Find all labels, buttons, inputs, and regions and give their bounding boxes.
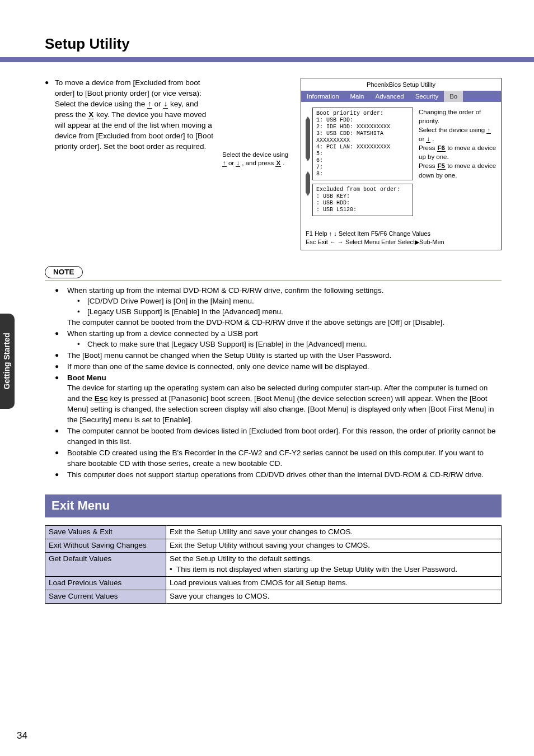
bullet-icon: ● — [45, 78, 55, 152]
note-text: If more than one of the same device is c… — [67, 362, 369, 371]
note-sub-text: Check to make sure that [Legacy USB Supp… — [87, 339, 367, 350]
exit-item-name: Exit Without Saving Changes — [45, 539, 166, 553]
intro-text: To move a device from [Excluded from boo… — [55, 78, 202, 97]
bios-figure: PhoenixBios Setup Utility Information Ma… — [301, 78, 502, 250]
table-row: Save Values & Exit Exit the Setup Utilit… — [45, 526, 502, 539]
bios-excluded-box: Excluded from boot order: : USB KEY: : U… — [312, 184, 413, 216]
sub-bullet-icon: • — [77, 296, 87, 307]
note-text: The device for starting up the operating… — [67, 384, 494, 424]
bios-tab-selected: Bo — [444, 91, 463, 102]
note-text: Bootable CD created using the B's Record… — [67, 449, 484, 468]
page-number: 34 — [17, 729, 27, 743]
note-text: This computer does not support startup o… — [67, 470, 484, 479]
down-key: ↓ — [163, 100, 168, 109]
note-tail-text: The computer cannot be booted from the D… — [67, 318, 444, 326]
bios-tabs: Information Main Advanced Security Bo — [301, 91, 501, 102]
bios-tab: Information — [301, 91, 345, 102]
exit-item-name: Save Values & Exit — [45, 526, 166, 539]
arrow-band-icon — [306, 171, 310, 196]
x-key-2: X — [275, 160, 281, 167]
exit-item-name: Load Previous Values — [45, 576, 166, 590]
bios-tab: Main — [345, 91, 370, 102]
bullet-icon: ● — [55, 286, 67, 328]
bullet-icon: ● — [55, 426, 67, 447]
bios-boot-priority-box: Boot priority order: 1: USB FDD: 2: IDE … — [312, 108, 413, 180]
exit-item-desc: Exit the Setup Utility and save your cha… — [166, 526, 502, 539]
bios-title: PhoenixBios Setup Utility — [301, 78, 501, 90]
exit-item-desc: Exit the Setup Utility without saving yo… — [166, 539, 502, 553]
exit-item-name: Get Default Values — [45, 553, 166, 577]
exit-item-desc: Save your changes to CMOS. — [166, 590, 502, 603]
arrow-band-icon — [306, 116, 310, 161]
esc-key: Esc — [95, 394, 108, 403]
bullet-icon: ● — [55, 329, 67, 350]
table-row: Save Current Values Save your changes to… — [45, 590, 502, 603]
up-key: ↑ — [147, 100, 152, 109]
bullet-icon: ● — [55, 470, 67, 480]
note-text: When starting up from a device connected… — [67, 329, 258, 338]
bios-footer: F1 Help ↑ ↓ Select Item F5/F6 Change Val… — [301, 227, 501, 250]
note-rule — [45, 281, 502, 281]
exit-item-desc: Load previous values from CMOS for all S… — [166, 576, 502, 590]
bullet-icon: ● — [55, 351, 67, 361]
sub-bullet-icon: • — [77, 339, 87, 350]
note-sub-text: [CD/DVD Drive Power] is [On] in the [Mai… — [87, 296, 254, 307]
title-bar — [0, 57, 534, 62]
note-text: When starting up from the internal DVD-R… — [67, 286, 383, 295]
note-bold-lead: Boot Menu — [67, 374, 106, 382]
bios-help-text: Changing the order of priority. Select t… — [419, 108, 496, 220]
note-badge: NOTE — [45, 266, 83, 279]
exit-item-desc: Set the Setup Utility to the default set… — [166, 553, 502, 577]
note-text: The computer cannot be booted from devic… — [67, 427, 495, 446]
table-row: Load Previous Values Load previous value… — [45, 576, 502, 590]
instructions-mid: Select the device using ↑ or ↓ , and pre… — [222, 78, 294, 250]
instructions-left: ● To move a device from [Excluded from b… — [45, 78, 216, 250]
exit-menu-table: Save Values & Exit Exit the Setup Utilit… — [45, 525, 502, 603]
down-key-2: ↓ — [236, 160, 240, 167]
bullet-icon: ● — [55, 362, 67, 372]
table-row: Get Default Values Set the Setup Utility… — [45, 553, 502, 577]
exit-menu-heading: Exit Menu — [45, 494, 502, 517]
instr-text: Select the device using the ↑ or ↓ key, … — [55, 100, 213, 151]
up-key-2: ↑ — [222, 160, 227, 167]
bullet-icon: ● — [55, 448, 67, 469]
bios-tab: Advanced — [369, 91, 409, 102]
notes-list: ● When starting up from the internal DVD… — [45, 286, 502, 480]
bullet-icon: ● — [55, 373, 67, 426]
bios-tab: Security — [410, 91, 444, 102]
note-sub-text: [Legacy USB Support] is [Enable] in the … — [87, 307, 283, 318]
sub-bullet-icon: • — [77, 307, 87, 318]
table-row: Exit Without Saving Changes Exit the Set… — [45, 539, 502, 553]
page-title: Setup Utility — [45, 34, 502, 54]
x-key: X — [88, 110, 94, 119]
exit-item-name: Save Current Values — [45, 590, 166, 603]
note-text: The [Boot] menu cannot be changed when t… — [67, 351, 391, 360]
